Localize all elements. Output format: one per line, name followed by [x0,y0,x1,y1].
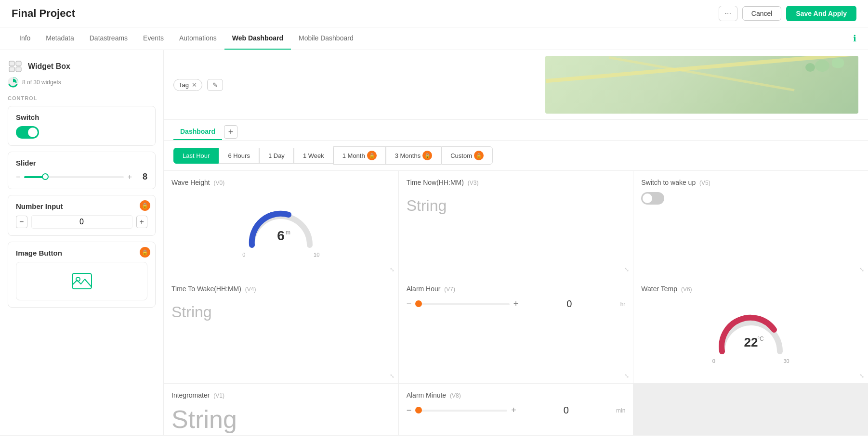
edit-icon-button[interactable]: ✎ [207,79,223,91]
map-preview [545,56,858,114]
water-gauge-labels: 0 30 [712,358,789,364]
tab-metadata[interactable]: Metadata [38,27,81,50]
resize-handle[interactable]: ⤡ [624,373,629,379]
save-button[interactable]: Save And Apply [786,6,856,21]
add-tab-button[interactable]: + [224,125,237,139]
widget-water-temp: Water Temp (V6) 22 °C 0 30 ⤡ [633,277,868,383]
dashboard-area: Tag ✕ ✎ Dashboard + Last Hou [164,50,868,435]
resize-handle[interactable]: ⤡ [859,266,864,273]
header: Final Project ··· Cancel Save And Apply [0,0,868,27]
footer: Region: sgp1 Privacy Policy [0,435,868,439]
time-btn-last-hour[interactable]: Last Hour [173,148,219,164]
tab-events[interactable]: Events [135,27,171,50]
svg-rect-0 [9,61,14,66]
alarm-minute-title: Alarm Minute (V8) [407,391,626,399]
widget-switch-wake: Switch to wake up (V5) ⤡ [633,171,868,277]
tab-web-dashboard[interactable]: Web Dashboard [224,27,291,50]
image-button-preview[interactable] [16,262,147,300]
more-button[interactable]: ··· [719,6,737,21]
slider-thumb[interactable] [42,173,49,180]
widget-count-text: 8 of 30 widgets [22,79,61,86]
wave-height-title: Wave Height (V0) [171,179,391,186]
nav-tabs: Info Metadata Datastreams Events Automat… [0,27,868,50]
tag-label: Tag [179,81,189,89]
alarm-minute-track[interactable] [415,410,507,412]
number-plus-button[interactable]: + [136,216,148,228]
cancel-button[interactable]: Cancel [742,6,782,21]
tab-datastreams[interactable]: Datastreams [82,27,135,50]
svg-rect-2 [9,67,14,72]
widget-box-header: Widget Box [8,60,156,73]
wave-height-gauge: 6 m 0 10 [171,192,391,262]
slider-track[interactable] [24,176,123,178]
alarm-hour-title: Alarm Hour (V7) [407,285,626,293]
resize-handle[interactable]: ⤡ [859,373,864,379]
alarm-minute-minus-icon[interactable]: − [407,405,412,415]
nav-info-icon: ℹ [853,33,856,44]
widget-time-now: Time Now(HH:MM) (V3) String ⤡ [399,171,633,277]
slider-minus-icon[interactable]: − [16,173,20,181]
widget-box-title: Widget Box [28,62,70,71]
alarm-hour-plus-icon[interactable]: + [513,299,519,309]
tab-automations[interactable]: Automations [171,27,224,50]
svg-rect-1 [16,61,21,66]
svg-text:22: 22 [744,335,758,349]
widget-card-image-button: 🔒 Image Button [8,242,156,308]
image-button-title: Image Button [16,249,147,257]
slider-value: 8 [136,172,147,182]
wake-toggle-switch[interactable] [641,192,664,205]
time-btn-1-week[interactable]: 1 Week [294,148,333,164]
switch-toggle[interactable] [16,126,39,139]
dashboard-tabs: Dashboard + [164,120,868,141]
switch-title: Switch [16,113,147,121]
svg-text:m: m [286,229,290,236]
time-btn-6-hours[interactable]: 6 Hours [219,148,259,164]
slider-plus-icon[interactable]: + [128,173,132,181]
time-to-wake-value: String [171,298,391,326]
time-btn-1-month[interactable]: 1 Month 🔒 [333,146,386,165]
widget-alarm-minute: Alarm Minute (V8) − + 0 min ⤡ [399,384,633,435]
number-input-field[interactable] [31,215,132,229]
widget-card-slider: Slider − + 8 [8,152,156,189]
widget-card-switch: Switch [8,106,156,146]
integromater-title: Integromater (V1) [171,391,391,399]
custom-lock-icon: 🔒 [474,151,484,160]
integromater-value: String [171,405,391,434]
map-placeholder [545,56,858,114]
alarm-minute-plus-icon[interactable]: + [511,405,516,415]
time-now-title: Time Now(HH:MM) (V3) [407,179,626,186]
tab-mobile-dashboard[interactable]: Mobile Dashboard [291,27,361,50]
header-actions: ··· Cancel Save And Apply [719,6,856,21]
time-btn-1-day[interactable]: 1 Day [259,148,294,164]
number-input-title: Number Input [16,202,147,210]
time-btn-3-months[interactable]: 3 Months 🔒 [386,146,441,165]
water-temp-title: Water Temp (V6) [641,285,860,293]
widget-alarm-hour: Alarm Hour (V7) − + 0 hr ⤡ [399,277,633,383]
time-to-wake-title: Time To Wake(HH:MM) (V4) [171,285,391,293]
main-layout: Widget Box 8 of 30 widgets CONTROL Switc… [0,50,868,435]
alarm-hour-track[interactable] [415,303,509,305]
tab-info[interactable]: Info [12,27,38,50]
tag-close-icon[interactable]: ✕ [192,81,197,89]
alarm-minute-thumb[interactable] [415,407,422,413]
slider-row: − + 8 [16,172,147,182]
water-temp-gauge: 22 °C 0 30 [641,298,860,369]
alarm-minute-row: − + 0 min [407,405,626,416]
resize-handle[interactable]: ⤡ [390,266,395,273]
widget-card-number-input: 🔒 Number Input − + [8,195,156,236]
dash-tab-dashboard[interactable]: Dashboard [173,124,222,140]
widget-integromater: Integromater (V1) String ⤡ [164,384,398,435]
alarm-hour-minus-icon[interactable]: − [407,299,412,309]
alarm-hour-thumb[interactable] [415,300,422,307]
number-minus-button[interactable]: − [16,216,27,228]
widget-box-icon [8,60,23,73]
svg-rect-6 [72,273,92,289]
time-btn-custom[interactable]: Custom 🔒 [441,146,493,165]
tag-chip: Tag ✕ [173,79,202,91]
time-range: Last Hour 6 Hours 1 Day 1 Week 1 Month 🔒… [164,141,868,171]
resize-handle[interactable]: ⤡ [390,373,395,379]
alarm-minute-unit: min [616,407,625,414]
section-label: CONTROL [8,95,156,101]
alarm-minute-value: 0 [520,405,612,416]
resize-handle[interactable]: ⤡ [624,266,629,273]
